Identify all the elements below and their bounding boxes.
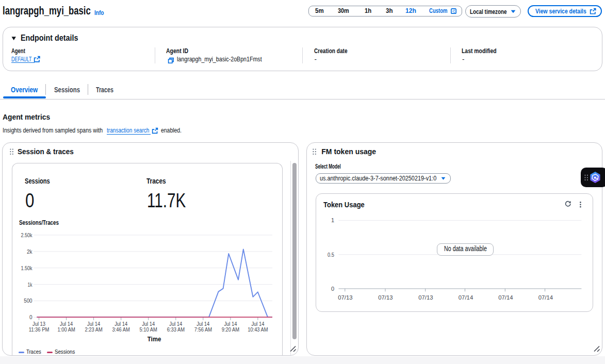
svg-text:0: 0 [29, 314, 32, 320]
svg-text:2.50k: 2.50k [21, 232, 33, 238]
svg-text:07/13: 07/13 [378, 294, 393, 301]
svg-text:07/14: 07/14 [458, 294, 472, 301]
svg-text:1: 1 [331, 217, 334, 223]
svg-text:1:00 AM: 1:00 AM [57, 326, 75, 333]
svg-text:11:36 PM: 11:36 PM [29, 326, 49, 333]
svg-text:3:46 AM: 3:46 AM [112, 326, 130, 333]
svg-text:2k: 2k [27, 249, 32, 255]
svg-text:10:43 AM: 10:43 AM [248, 326, 268, 333]
svg-text:9:20 AM: 9:20 AM [222, 326, 239, 333]
svg-text:07/13: 07/13 [338, 294, 352, 301]
svg-text:2:23 AM: 2:23 AM [85, 326, 102, 333]
svg-text:07/13: 07/13 [418, 294, 433, 301]
svg-text:1.50k: 1.50k [21, 265, 33, 271]
svg-text:07/14: 07/14 [498, 294, 513, 301]
svg-text:500: 500 [24, 297, 32, 304]
svg-text:0.5: 0.5 [328, 251, 334, 257]
svg-text:1k: 1k [28, 282, 32, 288]
svg-text:5:10 AM: 5:10 AM [140, 326, 157, 333]
svg-text:07/14: 07/14 [538, 294, 552, 301]
svg-text:Time: Time [148, 336, 161, 343]
svg-text:0: 0 [331, 285, 334, 291]
svg-text:7:56 AM: 7:56 AM [194, 326, 212, 333]
svg-text:6:33 AM: 6:33 AM [167, 326, 185, 333]
